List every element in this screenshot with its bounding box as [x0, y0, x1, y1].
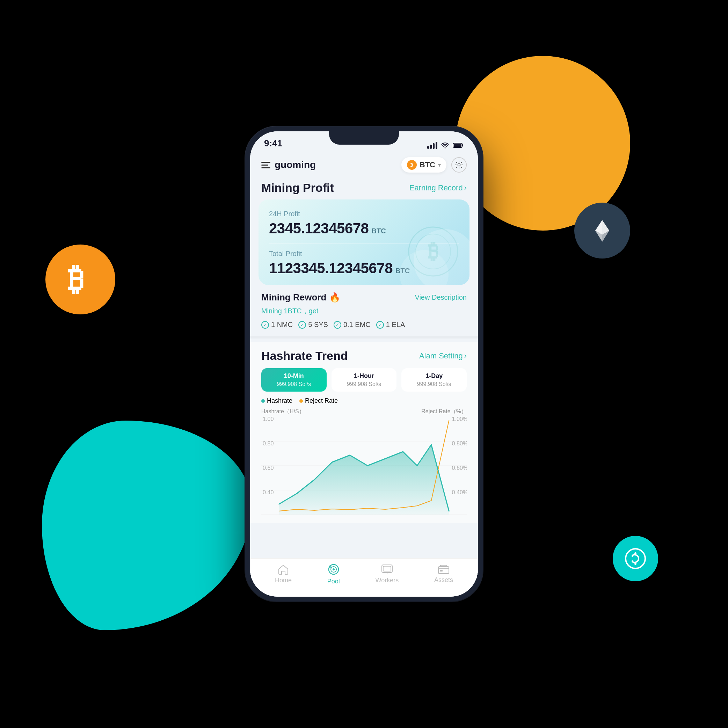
reward-tag-ela: ✓ 1 ELA — [376, 321, 405, 329]
svg-text:1.00%: 1.00% — [452, 417, 467, 422]
svg-point-30 — [329, 566, 331, 568]
settings-button[interactable] — [451, 157, 467, 173]
check-icon-emc: ✓ — [333, 321, 341, 329]
chart-right-label: Reject Rate（%） — [421, 408, 467, 415]
svg-point-10 — [458, 164, 460, 166]
phone-screen: 9:41 — [250, 132, 478, 596]
header-right: ₿ BTC ▾ — [401, 157, 467, 173]
scroll-content[interactable]: Mining Profit Earning Record › 24H Profi… — [250, 177, 478, 580]
svg-rect-36 — [440, 570, 443, 572]
svg-text:0.60: 0.60 — [263, 465, 274, 471]
status-icons — [427, 142, 464, 149]
earning-record-link[interactable]: Earning Record › — [410, 184, 467, 193]
svg-text:₿: ₿ — [428, 240, 438, 263]
chart-legend: Hashrate Reject Rate — [261, 397, 467, 405]
mining-profit-header: Mining Profit Earning Record › — [250, 177, 478, 199]
reject-rate-dot — [299, 399, 303, 403]
svg-text:0.60%: 0.60% — [452, 465, 467, 471]
btc-selector[interactable]: ₿ BTC ▾ — [401, 157, 447, 173]
chevron-down-icon: ▾ — [438, 162, 441, 168]
profit-24h-label: 24H Profit — [269, 210, 459, 218]
hashrate-section: Hashrate Trend Alam Setting › 10-Min 999… — [250, 342, 478, 523]
view-description-link[interactable]: View Description — [414, 294, 467, 301]
battery-icon — [453, 142, 464, 148]
nav-assets[interactable]: Assets — [434, 564, 453, 584]
profit-card: 24H Profit 2345.12345678 BTC Total Profi… — [258, 199, 470, 285]
teal-blob — [42, 421, 251, 630]
svg-point-7 — [635, 563, 636, 565]
reward-title: Mining Reword 🔥 — [261, 292, 340, 303]
nav-pool-label: Pool — [327, 578, 340, 585]
mining-reward-section: Mining Reword 🔥 View Description Mining … — [250, 285, 478, 332]
svg-text:0.80: 0.80 — [263, 440, 274, 447]
earning-record-chevron: › — [464, 184, 467, 193]
mining-profit-title: Mining Profit — [261, 181, 334, 194]
nav-workers[interactable]: Workers — [376, 564, 399, 584]
reward-tag-nmc: ✓ 1 NMC — [261, 321, 293, 329]
nav-home-label: Home — [275, 577, 292, 584]
hashrate-title: Hashrate Trend — [261, 349, 348, 362]
tab-1hour[interactable]: 1-Hour 999.908 Sol/s — [332, 368, 397, 392]
total-profit-label: Total Profit — [269, 250, 459, 258]
reward-tags: ✓ 1 NMC ✓ 5 SYS ✓ 0.1 EMC ✓ — [261, 321, 467, 329]
svg-point-12 — [416, 234, 451, 269]
svg-point-29 — [333, 568, 335, 570]
svg-point-11 — [409, 227, 457, 276]
bitcoin-coin-decoration: ₿ — [46, 245, 115, 314]
signal-icon — [427, 142, 437, 149]
btc-label: BTC — [419, 161, 435, 170]
profit-card-decoration: ₿ — [405, 223, 461, 280]
fire-emoji: 🔥 — [329, 292, 340, 303]
hashrate-chart: 1.00 0.80 0.60 0.40 1.00% 0.80% 0.60% 0.… — [261, 417, 467, 515]
phone-wrapper: 9:41 — [245, 127, 483, 601]
svg-text:1.00: 1.00 — [263, 417, 274, 422]
check-icon-ela: ✓ — [376, 321, 384, 329]
assets-icon — [438, 564, 450, 574]
reward-header: Mining Reword 🔥 View Description — [261, 292, 467, 303]
workers-icon — [381, 564, 393, 575]
bottom-nav: Home Pool — [250, 558, 478, 596]
phone-outer: 9:41 — [245, 127, 483, 601]
reject-rate-legend: Reject Rate — [299, 397, 338, 405]
nav-home[interactable]: Home — [275, 564, 292, 584]
hashrate-dot — [261, 399, 265, 403]
hashrate-legend: Hashrate — [261, 397, 292, 405]
svg-text:0.40%: 0.40% — [452, 489, 467, 496]
section-divider — [250, 336, 478, 338]
nav-assets-label: Assets — [434, 577, 453, 584]
reward-tag-emc: ✓ 0.1 EMC — [333, 321, 371, 329]
reward-tag-sys: ✓ 5 SYS — [298, 321, 328, 329]
phone-notch — [329, 132, 399, 145]
pool-icon — [327, 563, 340, 576]
hamburger-menu[interactable] — [261, 162, 271, 168]
alarm-setting-link[interactable]: Alam Setting › — [419, 352, 467, 361]
chart-labels-top: Hashrate（H/S） Reject Rate（%） — [261, 408, 467, 415]
username-label: guoming — [275, 159, 316, 170]
svg-rect-35 — [438, 567, 449, 574]
time-tabs: 10-Min 999.908 Sol/s 1-Hour 999.908 Sol/… — [261, 368, 467, 392]
wifi-icon — [441, 142, 449, 149]
earning-record-label: Earning Record — [410, 184, 463, 193]
app-header: guoming ₿ BTC ▾ — [250, 152, 478, 177]
header-left: guoming — [261, 159, 316, 170]
profit-divider — [269, 243, 459, 243]
tab-1day[interactable]: 1-Day 999.908 Sol/s — [401, 368, 467, 392]
ethereum-coin-decoration — [574, 203, 630, 258]
check-icon-nmc: ✓ — [261, 321, 269, 329]
btc-icon: ₿ — [407, 160, 417, 170]
nav-pool[interactable]: Pool — [327, 563, 340, 585]
svg-point-5 — [626, 549, 645, 568]
hashrate-header: Hashrate Trend Alam Setting › — [261, 349, 467, 362]
cyan-coin-decoration — [613, 536, 658, 581]
svg-text:0.40: 0.40 — [263, 489, 274, 496]
reward-subtitle: Mining 1BTC，get — [261, 306, 467, 316]
profit-24h-amount: 2345.12345678 — [269, 220, 369, 237]
check-icon-sys: ✓ — [298, 321, 306, 329]
tab-10min[interactable]: 10-Min 999.908 Sol/s — [261, 368, 327, 392]
hashrate-area — [279, 445, 449, 515]
chart-container: Hashrate（H/S） Reject Rate（%） 1.00 — [261, 408, 467, 516]
total-profit-amount: 1123345.12345678 — [269, 260, 393, 277]
profit-24h-currency: BTC — [371, 227, 385, 235]
home-icon — [278, 564, 289, 575]
nav-workers-label: Workers — [376, 577, 399, 584]
